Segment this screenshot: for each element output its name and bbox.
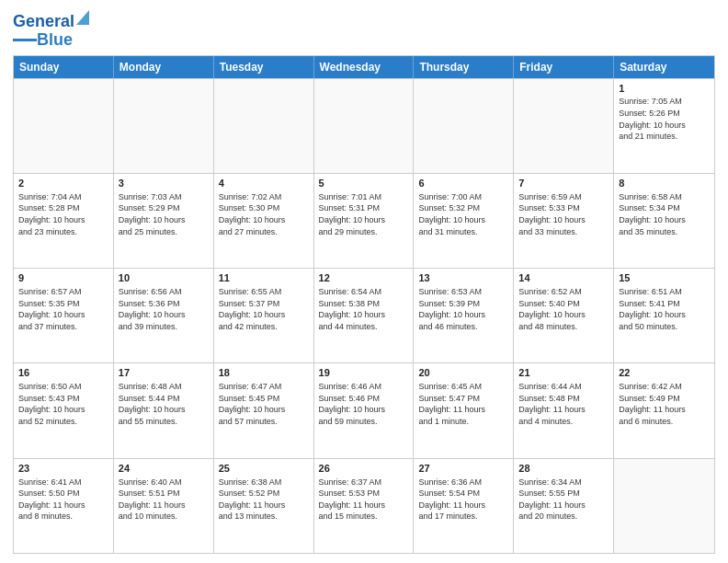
day-info: Sunrise: 7:03 AM Sunset: 5:29 PM Dayligh… bbox=[119, 191, 209, 237]
day-info: Sunrise: 7:01 AM Sunset: 5:31 PM Dayligh… bbox=[319, 191, 409, 237]
calendar-day-empty bbox=[514, 79, 614, 173]
logo: General Blue bbox=[13, 9, 89, 50]
day-info: Sunrise: 6:54 AM Sunset: 5:38 PM Dayligh… bbox=[319, 286, 409, 332]
calendar-day-19: 19Sunrise: 6:46 AM Sunset: 5:46 PM Dayli… bbox=[314, 363, 415, 457]
day-of-week-saturday: Saturday bbox=[614, 56, 714, 78]
calendar-day-18: 18Sunrise: 6:47 AM Sunset: 5:45 PM Dayli… bbox=[214, 363, 314, 457]
calendar-day-5: 5Sunrise: 7:01 AM Sunset: 5:31 PM Daylig… bbox=[314, 174, 415, 268]
calendar-day-20: 20Sunrise: 6:45 AM Sunset: 5:47 PM Dayli… bbox=[414, 363, 514, 457]
day-number: 1 bbox=[619, 82, 710, 96]
day-number: 25 bbox=[219, 462, 309, 476]
day-info: Sunrise: 6:37 AM Sunset: 5:53 PM Dayligh… bbox=[319, 477, 409, 523]
day-number: 14 bbox=[518, 271, 609, 285]
calendar-day-14: 14Sunrise: 6:52 AM Sunset: 5:40 PM Dayli… bbox=[514, 269, 614, 362]
day-number: 23 bbox=[18, 462, 108, 476]
calendar-day-empty bbox=[14, 79, 114, 173]
day-info: Sunrise: 6:45 AM Sunset: 5:47 PM Dayligh… bbox=[418, 381, 508, 427]
day-of-week-thursday: Thursday bbox=[414, 56, 514, 78]
day-number: 9 bbox=[18, 271, 108, 285]
day-info: Sunrise: 6:36 AM Sunset: 5:54 PM Dayligh… bbox=[418, 477, 508, 523]
day-info: Sunrise: 6:50 AM Sunset: 5:43 PM Dayligh… bbox=[18, 381, 108, 427]
day-info: Sunrise: 6:52 AM Sunset: 5:40 PM Dayligh… bbox=[518, 286, 609, 332]
day-info: Sunrise: 6:34 AM Sunset: 5:55 PM Dayligh… bbox=[518, 477, 609, 523]
day-number: 2 bbox=[18, 177, 108, 190]
day-number: 13 bbox=[418, 271, 508, 285]
calendar: SundayMondayTuesdayWednesdayThursdayFrid… bbox=[13, 55, 715, 554]
calendar-day-24: 24Sunrise: 6:40 AM Sunset: 5:51 PM Dayli… bbox=[114, 459, 214, 553]
day-number: 8 bbox=[619, 177, 710, 190]
calendar-day-17: 17Sunrise: 6:48 AM Sunset: 5:44 PM Dayli… bbox=[114, 363, 214, 457]
day-number: 18 bbox=[219, 366, 309, 380]
day-number: 26 bbox=[319, 462, 409, 476]
calendar-day-10: 10Sunrise: 6:56 AM Sunset: 5:36 PM Dayli… bbox=[114, 269, 214, 362]
day-of-week-tuesday: Tuesday bbox=[214, 56, 314, 78]
day-of-week-friday: Friday bbox=[514, 56, 614, 78]
calendar-week-4: 16Sunrise: 6:50 AM Sunset: 5:43 PM Dayli… bbox=[14, 362, 714, 457]
calendar-week-5: 23Sunrise: 6:41 AM Sunset: 5:50 PM Dayli… bbox=[14, 458, 714, 553]
calendar-day-8: 8Sunrise: 6:58 AM Sunset: 5:34 PM Daylig… bbox=[614, 174, 714, 268]
day-info: Sunrise: 6:57 AM Sunset: 5:35 PM Dayligh… bbox=[18, 286, 108, 332]
day-number: 17 bbox=[119, 366, 209, 380]
day-number: 19 bbox=[319, 366, 409, 380]
calendar-day-empty bbox=[214, 79, 314, 173]
calendar-day-11: 11Sunrise: 6:55 AM Sunset: 5:37 PM Dayli… bbox=[214, 269, 314, 362]
day-info: Sunrise: 6:58 AM Sunset: 5:34 PM Dayligh… bbox=[619, 191, 710, 237]
day-info: Sunrise: 7:05 AM Sunset: 5:26 PM Dayligh… bbox=[619, 96, 710, 142]
page: General Blue SundayMondayTuesdayWednesda… bbox=[0, 0, 728, 563]
calendar-day-12: 12Sunrise: 6:54 AM Sunset: 5:38 PM Dayli… bbox=[314, 269, 415, 362]
day-number: 16 bbox=[18, 366, 108, 380]
day-info: Sunrise: 6:42 AM Sunset: 5:49 PM Dayligh… bbox=[619, 381, 710, 427]
day-info: Sunrise: 6:47 AM Sunset: 5:45 PM Dayligh… bbox=[219, 381, 309, 427]
calendar-week-2: 2Sunrise: 7:04 AM Sunset: 5:28 PM Daylig… bbox=[14, 173, 714, 268]
day-number: 27 bbox=[418, 462, 508, 476]
calendar-day-empty bbox=[614, 459, 714, 553]
day-number: 15 bbox=[619, 271, 710, 285]
day-number: 24 bbox=[119, 462, 209, 476]
day-info: Sunrise: 6:46 AM Sunset: 5:46 PM Dayligh… bbox=[319, 381, 409, 427]
calendar-day-6: 6Sunrise: 7:00 AM Sunset: 5:32 PM Daylig… bbox=[414, 174, 514, 268]
day-info: Sunrise: 6:56 AM Sunset: 5:36 PM Dayligh… bbox=[119, 286, 209, 332]
day-info: Sunrise: 6:48 AM Sunset: 5:44 PM Dayligh… bbox=[119, 381, 209, 427]
calendar-day-1: 1Sunrise: 7:05 AM Sunset: 5:26 PM Daylig… bbox=[614, 79, 714, 173]
day-info: Sunrise: 6:41 AM Sunset: 5:50 PM Dayligh… bbox=[18, 477, 108, 523]
calendar-day-2: 2Sunrise: 7:04 AM Sunset: 5:28 PM Daylig… bbox=[14, 174, 114, 268]
day-number: 4 bbox=[219, 177, 309, 190]
day-number: 6 bbox=[418, 177, 508, 190]
day-info: Sunrise: 6:40 AM Sunset: 5:51 PM Dayligh… bbox=[119, 477, 209, 523]
day-number: 22 bbox=[619, 366, 710, 380]
logo-triangle-icon bbox=[76, 10, 89, 25]
calendar-week-1: 1Sunrise: 7:05 AM Sunset: 5:26 PM Daylig… bbox=[14, 78, 714, 173]
day-info: Sunrise: 6:55 AM Sunset: 5:37 PM Dayligh… bbox=[219, 286, 309, 332]
calendar-day-empty bbox=[114, 79, 214, 173]
day-number: 5 bbox=[319, 177, 409, 190]
svg-marker-0 bbox=[76, 10, 89, 25]
day-info: Sunrise: 6:38 AM Sunset: 5:52 PM Dayligh… bbox=[219, 477, 309, 523]
day-info: Sunrise: 7:02 AM Sunset: 5:30 PM Dayligh… bbox=[219, 191, 309, 237]
calendar-day-4: 4Sunrise: 7:02 AM Sunset: 5:30 PM Daylig… bbox=[214, 174, 314, 268]
calendar-day-3: 3Sunrise: 7:03 AM Sunset: 5:29 PM Daylig… bbox=[114, 174, 214, 268]
calendar-day-26: 26Sunrise: 6:37 AM Sunset: 5:53 PM Dayli… bbox=[314, 459, 415, 553]
day-info: Sunrise: 6:53 AM Sunset: 5:39 PM Dayligh… bbox=[418, 286, 508, 332]
day-of-week-sunday: Sunday bbox=[14, 56, 114, 78]
day-number: 28 bbox=[518, 462, 609, 476]
logo-text-blue: Blue bbox=[37, 31, 73, 50]
calendar-week-3: 9Sunrise: 6:57 AM Sunset: 5:35 PM Daylig… bbox=[14, 268, 714, 362]
calendar-day-empty bbox=[414, 79, 514, 173]
day-number: 21 bbox=[518, 366, 609, 380]
day-info: Sunrise: 7:04 AM Sunset: 5:28 PM Dayligh… bbox=[18, 191, 108, 237]
day-number: 10 bbox=[119, 271, 209, 285]
calendar-day-22: 22Sunrise: 6:42 AM Sunset: 5:49 PM Dayli… bbox=[614, 363, 714, 457]
calendar-day-16: 16Sunrise: 6:50 AM Sunset: 5:43 PM Dayli… bbox=[14, 363, 114, 457]
calendar-day-28: 28Sunrise: 6:34 AM Sunset: 5:55 PM Dayli… bbox=[514, 459, 614, 553]
day-info: Sunrise: 6:44 AM Sunset: 5:48 PM Dayligh… bbox=[518, 381, 609, 427]
day-of-week-wednesday: Wednesday bbox=[314, 56, 415, 78]
calendar-day-23: 23Sunrise: 6:41 AM Sunset: 5:50 PM Dayli… bbox=[14, 459, 114, 553]
calendar-day-7: 7Sunrise: 6:59 AM Sunset: 5:33 PM Daylig… bbox=[514, 174, 614, 268]
day-info: Sunrise: 7:00 AM Sunset: 5:32 PM Dayligh… bbox=[418, 191, 508, 237]
day-number: 7 bbox=[518, 177, 609, 190]
day-number: 3 bbox=[119, 177, 209, 190]
calendar-day-empty bbox=[314, 79, 415, 173]
calendar-header: SundayMondayTuesdayWednesdayThursdayFrid… bbox=[14, 56, 714, 78]
logo-text-general: General bbox=[13, 13, 74, 31]
calendar-day-9: 9Sunrise: 6:57 AM Sunset: 5:35 PM Daylig… bbox=[14, 269, 114, 362]
